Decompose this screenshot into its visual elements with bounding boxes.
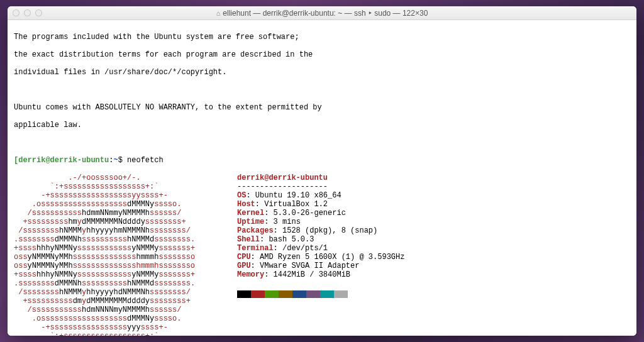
color-swatch (265, 290, 279, 298)
blank-line (14, 138, 630, 147)
color-palette (237, 290, 404, 298)
ascii-logo: .-/+oossssoo+/-. `:+ssssssssssssssssss+:… (14, 174, 234, 336)
os-label: OS (237, 191, 246, 200)
color-swatch (237, 290, 251, 298)
neofetch-output: .-/+oossssoo+/-. `:+ssssssssssssssssss+:… (14, 174, 630, 336)
intro-line: individual files in /usr/share/doc/*/cop… (14, 68, 630, 77)
info-separator: -------------------- (237, 182, 328, 191)
kernel-label: Kernel (237, 209, 264, 218)
color-swatch (320, 290, 334, 298)
memory-label: Memory (237, 270, 264, 279)
close-icon[interactable] (13, 9, 19, 16)
terminal-value: : /dev/pts/1 (274, 244, 328, 253)
memory-value: : 1442MiB / 3840MiB (264, 270, 350, 279)
color-swatch (306, 290, 320, 298)
uptime-value: : 3 mins (264, 218, 301, 226)
window-title: ⌂elliehunt — derrik@derrik-ubuntu: ~ — s… (8, 9, 636, 18)
titlebar: ⌂elliehunt — derrik@derrik-ubuntu: ~ — s… (8, 6, 636, 20)
packages-value: : 1528 (dpkg), 8 (snap) (274, 226, 378, 235)
kernel-value: : 5.3.0-26-generic (264, 209, 346, 218)
prompt-userhost: derrik@derrik-ubuntu (18, 156, 109, 165)
shell-label: Shell (237, 235, 260, 244)
os-value: : Ubuntu 19.10 x86_64 (246, 191, 341, 200)
intro-line: applicable law. (14, 121, 630, 130)
maximize-icon[interactable] (35, 9, 42, 16)
gpu-label: GPU (237, 262, 251, 270)
shell-value: : bash 5.0.3 (260, 235, 314, 244)
minimize-icon[interactable] (24, 9, 31, 16)
home-icon: ⌂ (216, 9, 221, 17)
color-swatch (251, 290, 265, 298)
prompt-line: [derrik@derrik-ubuntu:~$ neofetch (14, 156, 630, 165)
color-swatch (292, 290, 306, 298)
host-value: : VirtualBox 1.2 (255, 200, 328, 209)
cpu-value: : AMD Ryzen 5 1600X (1) @ 3.593GHz (251, 253, 405, 262)
gpu-value: : VMware SVGA II Adapter (251, 262, 360, 270)
terminal-label: Terminal (237, 244, 274, 253)
blank-line (14, 86, 630, 94)
host-label: Host (237, 200, 255, 209)
prompt-path: ~ (113, 156, 118, 165)
terminal-window: ⌂elliehunt — derrik@derrik-ubuntu: ~ — s… (8, 6, 636, 336)
system-info: derrik@derrik-ubuntu -------------------… (234, 174, 404, 336)
window-title-text: elliehunt — derrik@derrik-ubuntu: ~ — ss… (223, 9, 428, 18)
intro-line: Ubuntu comes with ABSOLUTELY NO WARRANTY… (14, 103, 630, 112)
intro-line: The programs included with the Ubuntu sy… (14, 33, 630, 41)
terminal-content[interactable]: The programs included with the Ubuntu sy… (8, 20, 636, 336)
color-swatch (279, 290, 292, 298)
cpu-label: CPU (237, 253, 251, 262)
prompt-dollar: $ (118, 156, 123, 165)
packages-label: Packages (237, 226, 274, 235)
color-swatch (334, 290, 348, 298)
intro-line: the exact distribution terms for each pr… (14, 50, 630, 59)
command-text: neofetch (127, 156, 164, 165)
uptime-label: Uptime (237, 218, 264, 226)
info-header: derrik@derrik-ubuntu (237, 174, 328, 182)
traffic-lights (13, 9, 42, 16)
